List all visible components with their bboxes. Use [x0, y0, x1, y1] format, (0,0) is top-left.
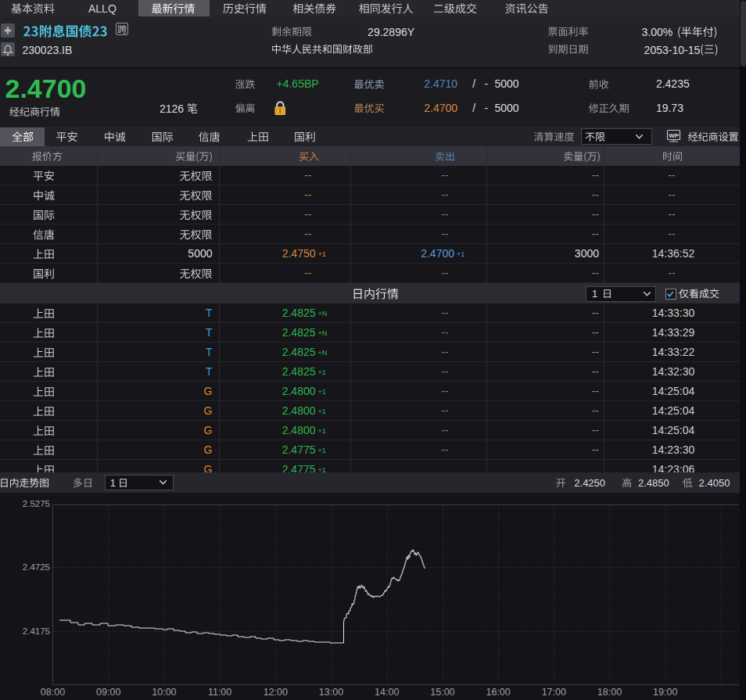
- svg-text:WP: WP: [669, 132, 680, 139]
